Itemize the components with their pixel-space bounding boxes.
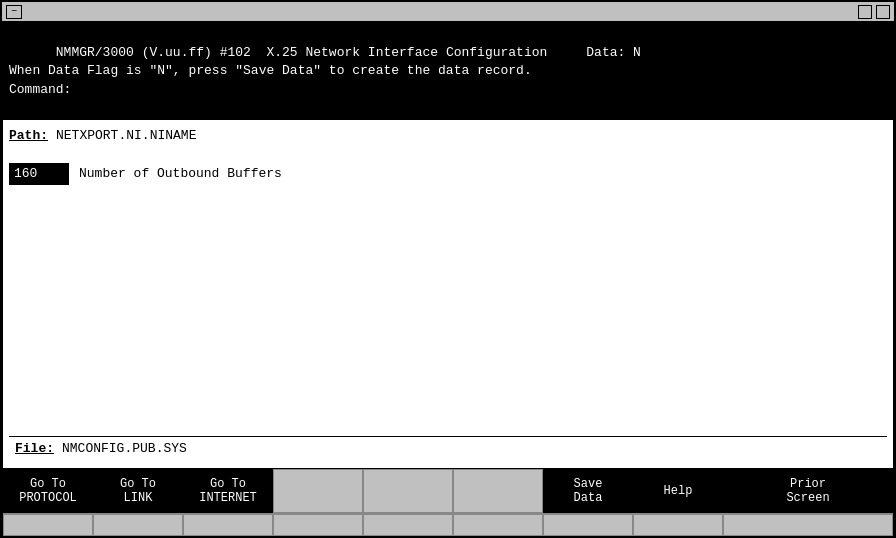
path-label: Path:: [9, 128, 48, 143]
button-row-2: [3, 513, 893, 535]
f4-button[interactable]: [273, 514, 363, 536]
empty-button-6: [453, 469, 543, 513]
header-line1: NMMGR/3000 (V.uu.ff) #102 X.25 Network I…: [56, 45, 641, 60]
path-value: NETXPORT.NI.NINAME: [56, 128, 196, 143]
outbound-buffers-input[interactable]: 160: [9, 163, 69, 185]
field-row: 160 Number of Outbound Buffers: [9, 163, 887, 185]
prior-screen-button[interactable]: PriorScreen: [723, 469, 893, 513]
minimize-button[interactable]: [858, 5, 872, 19]
file-label: File:: [15, 441, 54, 456]
f6-button[interactable]: [453, 514, 543, 536]
title-bar: −: [2, 2, 894, 22]
f1-button[interactable]: [3, 514, 93, 536]
header-line3: Command:: [9, 82, 71, 97]
empty-button-4: [273, 469, 363, 513]
header-section: NMMGR/3000 (V.uu.ff) #102 X.25 Network I…: [3, 23, 893, 120]
f3-button[interactable]: [183, 514, 273, 536]
file-section: File: NMCONFIG.PUB.SYS: [9, 436, 887, 460]
outbound-buffers-label: Number of Outbound Buffers: [79, 166, 282, 181]
path-line: Path: NETXPORT.NI.NINAME: [9, 128, 887, 143]
f9-button[interactable]: [723, 514, 893, 536]
main-window: − NMMGR/3000 (V.uu.ff) #102 X.25 Network…: [0, 0, 896, 538]
go-to-link-button[interactable]: Go ToLINK: [93, 469, 183, 513]
bottom-buttons: Go ToPROTOCOL Go ToLINK Go ToINTERNET Sa…: [3, 468, 893, 535]
f2-button[interactable]: [93, 514, 183, 536]
go-to-protocol-button[interactable]: Go ToPROTOCOL: [3, 469, 93, 513]
f7-button[interactable]: [543, 514, 633, 536]
content-area: Path: NETXPORT.NI.NINAME 160 Number of O…: [3, 120, 893, 468]
header-line2: When Data Flag is "N", press "Save Data"…: [9, 63, 532, 78]
empty-button-5: [363, 469, 453, 513]
spacer: [9, 193, 887, 428]
file-value: NMCONFIG.PUB.SYS: [62, 441, 187, 456]
go-to-internet-button[interactable]: Go ToINTERNET: [183, 469, 273, 513]
main-content: NMMGR/3000 (V.uu.ff) #102 X.25 Network I…: [2, 22, 894, 536]
button-row-1: Go ToPROTOCOL Go ToLINK Go ToINTERNET Sa…: [3, 469, 893, 513]
help-button[interactable]: Help: [633, 469, 723, 513]
save-data-button[interactable]: SaveData: [543, 469, 633, 513]
f5-button[interactable]: [363, 514, 453, 536]
f8-button[interactable]: [633, 514, 723, 536]
maximize-button[interactable]: [876, 5, 890, 19]
system-menu-icon[interactable]: −: [6, 5, 22, 19]
